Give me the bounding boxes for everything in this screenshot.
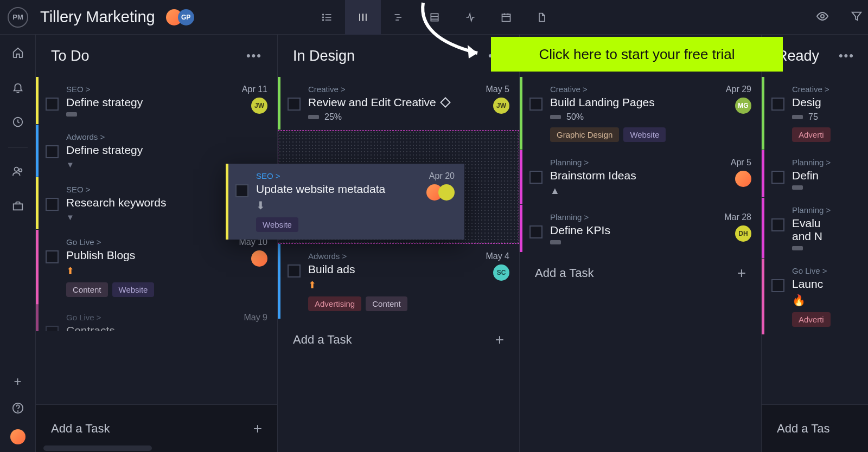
task-card[interactable]: Go Live >ContractsMay 9 (36, 305, 277, 331)
horizontal-scrollbar[interactable] (43, 445, 152, 451)
recent-icon[interactable] (12, 116, 24, 130)
tag[interactable]: Graphic Design (550, 127, 619, 142)
tag[interactable]: Content (66, 282, 108, 297)
task-card[interactable]: Creative >Desig 75Adverti (762, 77, 868, 150)
tag[interactable]: Advertising (308, 296, 361, 311)
task-checkbox[interactable] (46, 326, 59, 331)
task-checkbox[interactable] (46, 250, 59, 263)
view-activity-icon[interactable] (452, 0, 488, 35)
tag[interactable]: Adverti (792, 127, 831, 142)
tag[interactable]: Website (256, 217, 298, 232)
tag[interactable]: Adverti (792, 312, 831, 327)
task-assignees[interactable] (731, 171, 751, 187)
task-checkbox[interactable] (529, 98, 542, 111)
card-breadcrumb[interactable]: Go Live > (792, 266, 860, 275)
task-checkbox[interactable] (235, 184, 248, 197)
card-breadcrumb[interactable]: Planning > (792, 158, 860, 167)
task-card-dragging[interactable]: SEO >Update website metadataApr 20⬇Websi… (226, 164, 464, 240)
task-card[interactable]: Go Live >Launc🔥Adverti (762, 259, 868, 334)
tag[interactable]: Website (112, 282, 155, 297)
view-board-icon[interactable] (345, 0, 381, 35)
card-breadcrumb[interactable]: Adwords > (66, 132, 267, 141)
task-assignees[interactable] (239, 250, 267, 267)
card-breadcrumb[interactable]: SEO > (66, 85, 267, 94)
task-card[interactable]: Go Live >Publish BlogsMay 10⬆ContentWebs… (36, 230, 277, 305)
task-assignees[interactable]: DH (724, 225, 751, 242)
task-checkbox[interactable] (288, 98, 301, 111)
avatar[interactable]: GP (178, 9, 194, 25)
header-avatars[interactable]: GP (166, 9, 194, 25)
card-breadcrumb[interactable]: Go Live > (66, 313, 267, 322)
avatar[interactable]: MG (735, 98, 751, 114)
project-title[interactable]: Tillery Marketing (40, 8, 155, 26)
task-checkbox[interactable] (771, 218, 784, 231)
card-breadcrumb[interactable]: Planning > (792, 205, 860, 215)
avatar[interactable] (735, 171, 751, 187)
add-task-button[interactable]: Add a Task+ (278, 319, 519, 360)
card-breadcrumb[interactable]: Planning > (550, 212, 751, 222)
task-assignees[interactable]: JW (486, 98, 509, 114)
filter-icon[interactable] (851, 10, 863, 24)
task-checkbox[interactable] (46, 198, 59, 211)
avatar[interactable]: JW (251, 98, 267, 114)
avatar[interactable]: JW (493, 98, 509, 114)
task-checkbox[interactable] (771, 279, 784, 292)
add-task-button[interactable]: Add a Task+ (520, 253, 761, 294)
cta-banner[interactable]: Click here to start your free trial (491, 37, 783, 72)
svg-rect-15 (502, 14, 510, 21)
column-menu-icon[interactable]: ••• (246, 49, 262, 63)
home-icon[interactable] (12, 47, 24, 61)
task-tags: AdvertisingContent (308, 296, 509, 311)
task-checkbox[interactable] (771, 171, 784, 184)
notification-icon[interactable] (12, 81, 24, 95)
task-priority-row: ⬆ (66, 265, 267, 277)
avatar[interactable] (251, 250, 267, 267)
task-checkbox[interactable] (529, 171, 542, 184)
task-card[interactable]: Planning >Defin (762, 150, 868, 197)
view-calendar-icon[interactable] (488, 0, 524, 35)
avatar[interactable]: SC (493, 264, 509, 281)
task-checkbox[interactable] (288, 264, 301, 277)
task-card[interactable]: SEO >Define strategyApr 11JW (36, 77, 277, 124)
task-checkbox[interactable] (46, 98, 59, 111)
task-assignees[interactable]: SC (486, 264, 509, 281)
briefcase-icon[interactable] (12, 200, 24, 214)
task-card[interactable]: Creative >Review and Edit Creative May 5… (278, 77, 519, 130)
team-icon[interactable] (12, 165, 24, 179)
card-breadcrumb[interactable]: Adwords > (308, 251, 509, 261)
task-checkbox[interactable] (771, 98, 784, 111)
user-avatar[interactable] (10, 429, 25, 444)
task-card[interactable]: Planning >Evaluand N (762, 198, 868, 258)
task-card[interactable]: Creative >Build Landing PagesApr 29MG 50… (520, 77, 761, 150)
help-icon[interactable] (12, 402, 24, 416)
task-assignees[interactable]: MG (726, 98, 751, 114)
tag[interactable]: Content (366, 296, 407, 311)
visibility-icon[interactable] (816, 10, 829, 25)
logo[interactable]: PM (8, 7, 28, 28)
task-assignees[interactable]: JW (242, 98, 267, 114)
view-gantt-icon[interactable] (381, 0, 417, 35)
avatar[interactable]: DH (735, 225, 751, 242)
card-breadcrumb[interactable]: Planning > (550, 158, 751, 167)
task-assignees[interactable] (426, 184, 455, 201)
task-card[interactable]: Adwords >Build adsMay 4SC⬆AdvertisingCon… (278, 244, 519, 319)
add-task-button[interactable]: Add a Tas (762, 404, 868, 452)
card-stripe (278, 244, 280, 319)
task-checkbox[interactable] (529, 225, 542, 238)
add-task-button[interactable]: Add a Task+ (36, 404, 277, 452)
card-breadcrumb[interactable]: Creative > (792, 85, 860, 94)
view-list-icon[interactable] (309, 0, 345, 35)
task-card[interactable]: Planning >Brainstorm IdeasApr 5▲ (520, 150, 761, 204)
task-checkbox[interactable] (46, 145, 59, 158)
svg-point-4 (323, 17, 324, 18)
task-card[interactable]: Planning >Define KPIsMar 28DH (520, 205, 761, 252)
card-breadcrumb[interactable]: Creative > (308, 85, 509, 94)
avatar[interactable] (438, 184, 455, 201)
tag[interactable]: Website (623, 127, 666, 142)
view-file-icon[interactable] (524, 0, 560, 35)
card-breadcrumb[interactable]: SEO > (256, 171, 455, 180)
view-sheet-icon[interactable] (417, 0, 452, 35)
column-menu-icon[interactable]: ••• (839, 49, 854, 63)
card-breadcrumb[interactable]: Creative > (550, 85, 751, 94)
add-icon[interactable]: + (14, 374, 21, 389)
